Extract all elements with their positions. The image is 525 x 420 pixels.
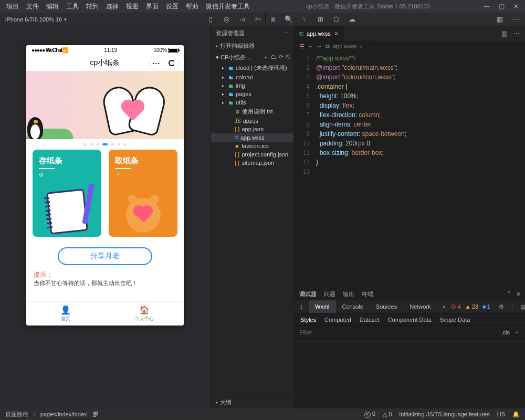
split-right-icon[interactable]: ▥ bbox=[501, 30, 507, 37]
capsule-menu-icon[interactable]: ••• bbox=[150, 57, 164, 69]
devtools-inspect-icon[interactable]: ⟟ bbox=[294, 300, 309, 313]
copy-path-icon[interactable]: 🗐 bbox=[92, 411, 98, 417]
debug-icon[interactable]: ⬡ bbox=[332, 15, 340, 24]
outline-section[interactable]: ▸ 大纲 bbox=[211, 396, 293, 408]
menu-project[interactable]: 项目 bbox=[3, 1, 22, 12]
notification-icon[interactable]: 🔔 bbox=[512, 411, 520, 418]
tree-item-favicon-ico[interactable]: ★ favicon.ico bbox=[211, 142, 293, 150]
devtools-more-icon[interactable]: » bbox=[437, 303, 451, 310]
tree-item-utils[interactable]: ▸🖿 utils bbox=[211, 98, 293, 107]
styles-tab-componentdata[interactable]: Component Data bbox=[388, 317, 432, 323]
tab-profile[interactable]: 🏠 个人中心 bbox=[105, 302, 184, 326]
explorer-title: 资源管理器 bbox=[216, 29, 245, 37]
close-tab-icon[interactable]: ✕ bbox=[334, 30, 339, 37]
tree-item-app-json[interactable]: { } app.json bbox=[211, 125, 293, 133]
page-path-value[interactable]: pages/index/index bbox=[40, 411, 87, 417]
devtools-settings-icon[interactable]: ⚙ bbox=[499, 303, 504, 310]
share-button[interactable]: 分享月老 bbox=[58, 247, 152, 265]
save-note-card[interactable]: 存纸条 ⊘ bbox=[33, 150, 101, 237]
add-style-icon[interactable]: ＋ bbox=[514, 328, 520, 336]
banner-carousel[interactable] bbox=[26, 71, 184, 139]
menu-view[interactable]: 视图 bbox=[123, 1, 142, 12]
menu-settings[interactable]: 设置 bbox=[163, 1, 182, 12]
files-icon[interactable]: 🗎 bbox=[269, 15, 277, 24]
wxss-file-icon: ⧉ bbox=[299, 30, 303, 37]
maximize-button[interactable]: ▢ bbox=[498, 3, 505, 10]
info-count[interactable]: ■ 1 bbox=[482, 303, 490, 310]
new-folder-icon[interactable]: 🗀 bbox=[271, 54, 277, 61]
open-editors-section[interactable]: ▸ 打开的编辑器 bbox=[211, 40, 293, 52]
devtools-tab-console[interactable]: Console bbox=[336, 300, 370, 313]
branch-icon[interactable]: ⑂ bbox=[300, 15, 309, 24]
status-warnings[interactable]: △ 0 bbox=[383, 411, 392, 418]
explorer-more-icon[interactable]: ⋯ bbox=[282, 30, 288, 37]
tree-item-img[interactable]: ▸🖿 img bbox=[211, 81, 293, 90]
panel-collapse-icon[interactable]: ˅ bbox=[508, 291, 511, 298]
panel-tab-debugger[interactable]: 调试器 bbox=[299, 290, 317, 298]
capsule-close-icon[interactable] bbox=[164, 57, 179, 69]
menu-help[interactable]: 帮助 bbox=[183, 1, 202, 12]
menu-goto[interactable]: 转到 bbox=[83, 1, 102, 12]
more-icon[interactable]: ⋯ bbox=[511, 15, 520, 24]
tab-more-icon[interactable]: ⋯ bbox=[513, 30, 520, 37]
search-icon[interactable]: 🔍 bbox=[285, 15, 293, 24]
split-editor-icon[interactable]: ▥ bbox=[496, 15, 504, 24]
panel-tab-output[interactable]: 输出 bbox=[343, 290, 354, 298]
refresh-icon[interactable]: ⟳ bbox=[279, 54, 284, 61]
menu-select[interactable]: 选择 bbox=[103, 1, 122, 12]
error-count[interactable]: ⛒ 4 bbox=[451, 303, 461, 310]
menu-ui[interactable]: 界面 bbox=[143, 1, 162, 12]
code-lines[interactable]: /**app.wxss**/@import "colorui/main.wxss… bbox=[314, 51, 406, 288]
cut-icon[interactable]: ✄ bbox=[254, 15, 262, 24]
panel-tab-terminal[interactable]: 终端 bbox=[362, 290, 373, 298]
tree-item-app-js[interactable]: JS app.js bbox=[211, 117, 293, 125]
tree-item-cloud-[interactable]: ▸🖿 cloud | (未选择环境) bbox=[211, 63, 293, 73]
new-file-icon[interactable]: ＋ bbox=[263, 54, 269, 61]
devtools-menu-icon[interactable]: ⋮ bbox=[509, 303, 515, 310]
capsule-button[interactable]: ••• bbox=[149, 57, 180, 69]
close-button[interactable]: ✕ bbox=[512, 3, 520, 10]
tab-home[interactable]: 👤 首页 bbox=[26, 302, 105, 326]
forward-icon[interactable]: → bbox=[317, 43, 322, 49]
menu-file[interactable]: 文件 bbox=[23, 1, 42, 12]
warning-count[interactable]: ▲ 23 bbox=[465, 303, 478, 310]
collapse-icon[interactable]: ⇱ bbox=[286, 54, 290, 61]
project-row[interactable]: ▾ CP小纸条… ＋ 🗀 ⟳ ⇱ bbox=[211, 52, 293, 63]
styles-tab-computed[interactable]: Computed bbox=[324, 317, 351, 323]
menu-edit[interactable]: 编辑 bbox=[43, 1, 62, 12]
devtools-dock-icon[interactable]: ▤ bbox=[520, 303, 525, 310]
devtools-tab-network[interactable]: Network bbox=[403, 300, 437, 313]
panel-close-icon[interactable]: ✕ bbox=[516, 291, 521, 298]
phone-icon[interactable]: ▯ bbox=[206, 15, 215, 24]
devtools-tab-sources[interactable]: Sources bbox=[370, 300, 403, 313]
get-note-card[interactable]: 取纸条 🔒 bbox=[109, 150, 177, 237]
tree-item-pages[interactable]: ▸🖿 pages bbox=[211, 90, 293, 98]
devtools-tab-wxml[interactable]: Wxml bbox=[309, 300, 336, 313]
cls-toggle[interactable]: .cls bbox=[501, 329, 510, 335]
menu-wxdevtools[interactable]: 微信开发者工具 bbox=[203, 1, 253, 12]
card-sub-icon: 🔒 bbox=[115, 171, 171, 178]
cloud-icon[interactable]: ☁ bbox=[348, 15, 356, 24]
panel-tab-problems[interactable]: 问题 bbox=[324, 290, 335, 298]
record-icon[interactable]: ◎ bbox=[222, 15, 230, 24]
filter-input[interactable]: Filter bbox=[299, 329, 312, 335]
tree-item-project-config-json[interactable]: { } project.config.json bbox=[211, 150, 293, 159]
styles-tab-dataset[interactable]: Dataset bbox=[360, 317, 380, 323]
status-errors[interactable]: ✕ 0 bbox=[364, 411, 375, 418]
extensions-icon[interactable]: ⊞ bbox=[316, 15, 324, 24]
send-icon[interactable]: ◅ bbox=[238, 15, 246, 24]
tree-item-app-wxss[interactable]: ⧉ app.wxss bbox=[211, 133, 293, 142]
menu-tools[interactable]: 工具 bbox=[63, 1, 82, 12]
code-editor[interactable]: 12345678910111213 /**app.wxss**/@import … bbox=[294, 51, 525, 288]
minimize-button[interactable]: ― bbox=[483, 3, 490, 10]
breadcrumb[interactable]: ☰ ← → ⧉ app.wxss › … bbox=[294, 41, 525, 51]
tree-item-sitemap-json[interactable]: { } sitemap.json bbox=[211, 159, 293, 167]
styles-tab-scopedata[interactable]: Scope Data bbox=[440, 317, 470, 323]
language-indicator[interactable]: US bbox=[497, 411, 505, 417]
back-icon[interactable]: ← bbox=[308, 43, 313, 49]
editor-tab-appwxss[interactable]: ⧉ app.wxss ✕ bbox=[294, 26, 344, 41]
styles-tab-styles[interactable]: Styles bbox=[300, 317, 316, 323]
device-selector[interactable]: iPhone 6/7/8 100% 16 ▾ bbox=[5, 16, 67, 23]
tree-item-colorui[interactable]: ▸🖿 colorui bbox=[211, 73, 293, 81]
tree-item--txt[interactable]: 🗎 使用说明.txt bbox=[211, 107, 293, 117]
